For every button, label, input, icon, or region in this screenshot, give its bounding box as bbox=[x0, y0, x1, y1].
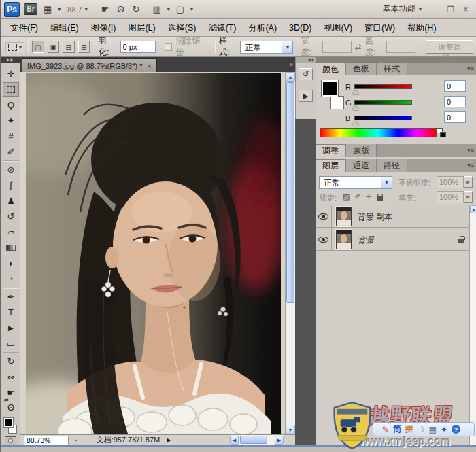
pen-tool[interactable]: ✒ bbox=[3, 290, 19, 304]
rotate-view-icon[interactable]: ↻ bbox=[131, 3, 142, 16]
layer-name[interactable]: 背景 副本 bbox=[358, 211, 392, 223]
menu-filter[interactable]: 滤镜(T) bbox=[202, 20, 242, 36]
expand-panels-arrows[interactable]: ◀◀ bbox=[296, 57, 316, 63]
add-selection-button[interactable]: ▣ bbox=[48, 41, 60, 53]
status-zoom-input[interactable] bbox=[24, 436, 69, 445]
actions-panel-icon[interactable]: ▶ bbox=[299, 90, 313, 102]
new-selection-button[interactable]: ▢ bbox=[32, 41, 44, 53]
style-select[interactable]: 正常 ▾ bbox=[240, 41, 293, 54]
scroll-up-icon[interactable]: ▲ bbox=[470, 205, 476, 213]
subtract-selection-button[interactable]: ⊟ bbox=[63, 41, 75, 53]
maximize-button[interactable]: ❐ bbox=[446, 5, 456, 14]
screen-mode-dropdown-icon[interactable]: ▾ bbox=[190, 6, 193, 12]
hand-tool-icon[interactable]: ☛ bbox=[99, 3, 112, 16]
3d-orbit-tool[interactable]: ∾ bbox=[3, 370, 19, 384]
red-slider-marker[interactable] bbox=[352, 90, 359, 94]
menu-file[interactable]: 文件(F) bbox=[4, 20, 44, 36]
layer-thumbnail[interactable] bbox=[336, 207, 352, 226]
ime-help-icon[interactable]: ? bbox=[452, 425, 460, 434]
spot-healing-tool[interactable]: ⊘ bbox=[3, 162, 19, 177]
scroll-left-icon[interactable]: ◀ bbox=[230, 436, 239, 445]
tab-paths[interactable]: 路径 bbox=[377, 159, 407, 172]
panel-menu-icon[interactable]: ▾≡ bbox=[467, 63, 476, 75]
move-tool[interactable]: ✛ bbox=[3, 67, 19, 81]
feather-input[interactable] bbox=[120, 41, 156, 53]
dodge-tool[interactable]: ◔ bbox=[3, 272, 19, 286]
view-extras-icon[interactable]: ▦ bbox=[41, 3, 54, 16]
menu-edit[interactable]: 编辑(E) bbox=[44, 20, 85, 36]
tab-masks[interactable]: 蒙版 bbox=[346, 144, 377, 157]
blur-tool[interactable]: ◗ bbox=[3, 256, 19, 271]
lock-transparency-icon[interactable]: ▨ bbox=[343, 192, 350, 201]
eye-icon[interactable] bbox=[318, 213, 328, 220]
type-tool[interactable]: T bbox=[3, 305, 19, 319]
vertical-scrollbar-thumb[interactable] bbox=[286, 82, 294, 303]
ime-tools-icon[interactable]: ✦ bbox=[441, 425, 447, 434]
tab-layers[interactable]: 图层 bbox=[316, 159, 346, 172]
layer-row-background[interactable]: 背景 bbox=[316, 228, 469, 251]
tab-overflow-icon[interactable]: » bbox=[289, 60, 293, 68]
document-tab[interactable]: IMG_3923.jpg @ 88.7%(RGB/8*) * × bbox=[22, 58, 157, 72]
intersect-selection-button[interactable]: ⊞ bbox=[78, 41, 90, 53]
swap-colors-icon[interactable]: ⇄ bbox=[4, 397, 9, 403]
ime-simplified-icon[interactable]: 简 bbox=[393, 423, 401, 435]
view-extras-dropdown-icon[interactable]: ▾ bbox=[58, 6, 61, 12]
screen-mode-icon[interactable]: ▢ bbox=[174, 3, 186, 16]
gradient-tool[interactable] bbox=[3, 241, 19, 255]
arrange-dropdown-icon[interactable]: ▾ bbox=[167, 6, 170, 12]
menu-view[interactable]: 视图(V) bbox=[318, 20, 358, 36]
menu-select[interactable]: 选择(S) bbox=[162, 20, 203, 36]
style-dropdown-icon[interactable]: ▾ bbox=[282, 41, 292, 53]
bridge-button[interactable]: Br bbox=[24, 3, 37, 15]
tab-close-icon[interactable]: × bbox=[148, 62, 152, 70]
lock-paint-icon[interactable]: ✐ bbox=[354, 192, 360, 201]
visibility-cell[interactable] bbox=[316, 228, 332, 251]
green-slider-marker[interactable] bbox=[352, 105, 359, 110]
horizontal-scrollbar-thumb[interactable] bbox=[240, 436, 267, 444]
rectangular-marquee-tool[interactable] bbox=[3, 82, 19, 97]
layer-row-background-copy[interactable]: 背景 副本 bbox=[316, 205, 469, 228]
tool-preset-picker[interactable]: ▾ bbox=[5, 42, 24, 52]
horizontal-scrollbar[interactable]: ◀ ▶ bbox=[230, 435, 284, 445]
layer-thumbnail[interactable] bbox=[336, 230, 352, 249]
menu-analysis[interactable]: 分析(A) bbox=[242, 20, 283, 36]
blue-slider-marker[interactable] bbox=[352, 121, 359, 126]
zoom-level-control[interactable]: 88.7 ▾ bbox=[65, 5, 90, 14]
panel-menu-icon[interactable]: ▾≡ bbox=[467, 144, 476, 157]
history-panel-icon[interactable]: ↺ bbox=[299, 68, 313, 80]
ime-language-bar[interactable]: ⁞ ✎ 简 拼 ☽ ▦ ✦ ? bbox=[373, 422, 475, 436]
green-slider[interactable] bbox=[354, 100, 412, 105]
green-value-input[interactable] bbox=[444, 96, 466, 107]
tab-color[interactable]: 颜色 bbox=[316, 63, 346, 75]
lock-all-icon[interactable] bbox=[377, 196, 383, 201]
ime-keyboard-icon[interactable]: ▦ bbox=[429, 425, 437, 434]
fill-flyout-icon[interactable]: ▶ bbox=[464, 191, 473, 203]
menu-help[interactable]: 帮助(H) bbox=[401, 20, 442, 36]
tab-channels[interactable]: 通道 bbox=[346, 159, 377, 172]
opacity-flyout-icon[interactable]: ▶ bbox=[464, 176, 473, 188]
scroll-right-icon[interactable]: ▶ bbox=[275, 436, 284, 445]
tab-styles[interactable]: 样式 bbox=[377, 63, 407, 75]
shape-tool[interactable]: ▭ bbox=[3, 336, 19, 351]
eraser-tool[interactable]: ▱ bbox=[3, 225, 19, 239]
ime-pointer-icon[interactable]: ✎ bbox=[382, 425, 389, 434]
arrange-documents-icon[interactable]: ▥ bbox=[150, 3, 163, 16]
crop-tool[interactable]: # bbox=[3, 129, 19, 143]
tab-swatches[interactable]: 色板 bbox=[346, 63, 377, 75]
menu-image[interactable]: 图像(I) bbox=[85, 20, 122, 36]
spectrum-black-swatch[interactable] bbox=[440, 132, 446, 137]
zoom-level-value[interactable]: 88.7 bbox=[67, 5, 82, 14]
color-spectrum-ramp[interactable] bbox=[320, 128, 437, 137]
path-selection-tool[interactable]: ► bbox=[3, 321, 19, 335]
eye-icon[interactable] bbox=[318, 237, 328, 243]
tab-adjustments[interactable]: 调整 bbox=[316, 144, 346, 157]
menu-3d[interactable]: 3D(D) bbox=[283, 20, 318, 36]
clone-stamp-tool[interactable]: ♟ bbox=[3, 194, 19, 208]
workspace-switcher[interactable]: 基本功能 ▾ bbox=[377, 3, 427, 15]
lock-move-icon[interactable]: ✛ bbox=[366, 192, 372, 201]
blend-mode-select[interactable]: 正常 ▾ bbox=[319, 176, 392, 189]
ime-pinyin-icon[interactable]: 拼 bbox=[405, 423, 413, 435]
blend-mode-dropdown-icon[interactable]: ▾ bbox=[381, 177, 392, 188]
antialias-checkbox[interactable] bbox=[165, 43, 173, 51]
eyedropper-tool[interactable]: ✐ bbox=[3, 145, 19, 159]
